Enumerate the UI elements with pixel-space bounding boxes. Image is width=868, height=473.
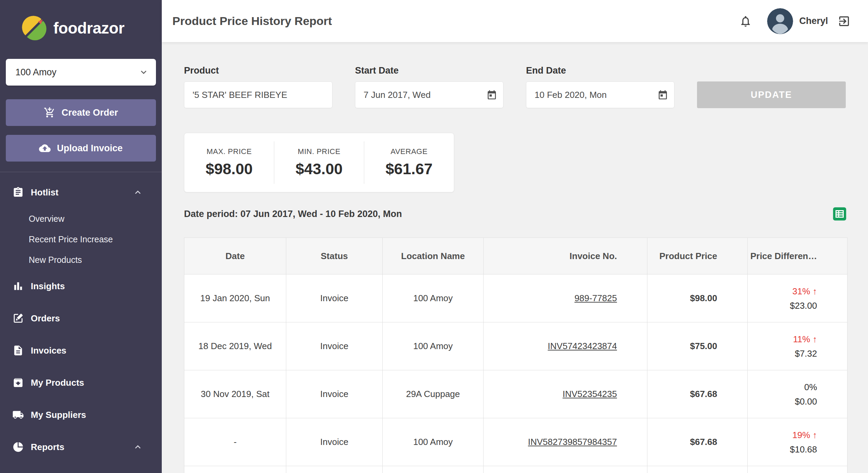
sidebar-item-label: Invoices xyxy=(31,345,66,356)
product-input[interactable] xyxy=(184,81,332,108)
average-price-label: AVERAGE xyxy=(391,147,428,156)
sidebar-item-new-products[interactable]: New Products xyxy=(0,250,162,270)
sidebar-item-label: My Suppliers xyxy=(31,410,86,420)
sidebar-item-overview[interactable]: Overview xyxy=(0,208,162,229)
diff-percent: 0% xyxy=(748,380,817,394)
main-area: Product Price History Report Cheryl xyxy=(162,0,868,473)
cell-date: 30 Nov 2019, Sat xyxy=(184,370,286,418)
logout-icon[interactable] xyxy=(838,15,851,28)
sidebar-nav: Hotlist Overview Recent Price Increase N… xyxy=(0,176,162,463)
cell-status: Invoice xyxy=(286,370,383,418)
start-date-input[interactable] xyxy=(355,81,503,108)
product-field: Product xyxy=(184,65,332,108)
sidebar-item-label: Insights xyxy=(31,281,65,292)
invoice-link[interactable]: INV57423423874 xyxy=(548,341,617,351)
col-location: Location Name xyxy=(383,238,484,274)
table-row: 18 Dec 2019, Wed Invoice 100 Amoy INV574… xyxy=(184,322,847,370)
export-spreadsheet-icon[interactable] xyxy=(832,206,847,222)
cell-product-price: $75.00 xyxy=(647,322,748,370)
sidebar-item-insights[interactable]: Insights xyxy=(0,270,162,302)
cell-invoice-no: INV52354235 xyxy=(484,370,647,418)
sidebar-item-reports[interactable]: Reports xyxy=(0,431,162,463)
cell-location: 100 Amoy xyxy=(383,274,484,322)
average-price-value: $61.67 xyxy=(385,160,433,178)
content: Product Start Date End Date xyxy=(162,42,868,473)
max-price-value: $98.00 xyxy=(206,160,253,178)
bar-chart-icon xyxy=(12,280,24,292)
sidebar-item-invoices[interactable]: Invoices xyxy=(0,334,162,367)
cell-location: 29A Cuppage xyxy=(383,370,484,418)
invoice-link[interactable]: INV582739857984357 xyxy=(528,437,617,447)
diff-percent: 11% ↑ xyxy=(748,332,817,346)
pie-chart-icon xyxy=(12,441,24,453)
start-date-field: Start Date xyxy=(355,65,503,108)
sidebar-divider xyxy=(0,172,162,172)
invoice-file-icon xyxy=(12,345,24,356)
clipboard-icon xyxy=(12,187,24,198)
user-name: Cheryl xyxy=(799,16,828,26)
chevron-down-icon xyxy=(138,67,149,78)
table-row: 30 Nov 2019, Sat Invoice 29A Cuppage INV… xyxy=(184,370,847,418)
sub-item-label: Recent Price Increase xyxy=(29,234,113,244)
chevron-up-icon[interactable] xyxy=(132,187,143,198)
sidebar-item-hotlist[interactable]: Hotlist xyxy=(0,176,162,208)
top-bar: Product Price History Report Cheryl xyxy=(162,0,868,42)
cell-status: Invoice xyxy=(286,418,383,466)
sidebar-item-recent-price-increase[interactable]: Recent Price Increase xyxy=(0,229,162,250)
upload-invoice-label: Upload Invoice xyxy=(57,143,122,154)
sub-item-label: New Products xyxy=(29,255,82,265)
sidebar-item-my-products[interactable]: My Products xyxy=(0,367,162,399)
sidebar-item-my-suppliers[interactable]: My Suppliers xyxy=(0,399,162,431)
app-root: foodrazor 100 Amoy Create Order Upload I… xyxy=(0,0,868,473)
topbar-right: Cheryl xyxy=(739,8,851,34)
chevron-up-icon[interactable] xyxy=(132,442,143,452)
create-order-label: Create Order xyxy=(62,107,118,118)
cell-date: 18 Dec 2019, Wed xyxy=(184,322,286,370)
diff-amount: $10.68 xyxy=(748,442,817,457)
cell-date: - xyxy=(184,418,286,466)
diff-percent: 31% ↑ xyxy=(748,284,817,298)
sidebar: foodrazor 100 Amoy Create Order Upload I… xyxy=(0,0,162,473)
max-price-stat: MAX. PRICE $98.00 xyxy=(184,141,274,184)
min-price-stat: MIN. PRICE $43.00 xyxy=(274,141,364,184)
user-avatar[interactable] xyxy=(767,8,793,34)
price-history-table: Date Status Location Name Invoice No. Pr… xyxy=(184,238,847,473)
notifications-bell-icon[interactable] xyxy=(739,15,752,28)
cell-price-difference: 31% ↑ $23.00 xyxy=(748,274,847,322)
update-button[interactable]: UPDATE xyxy=(697,81,846,108)
cell-invoice-no: INV57423423874 xyxy=(484,322,647,370)
col-price-difference: Price Differen… xyxy=(748,238,847,274)
diff-amount: $0.00 xyxy=(748,394,817,409)
sidebar-item-label: Orders xyxy=(31,313,60,324)
diff-percent: 19% ↑ xyxy=(748,428,817,442)
sidebar-item-orders[interactable]: Orders xyxy=(0,302,162,334)
cell-product-price: $67.68 xyxy=(647,418,748,466)
invoice-link[interactable]: 989-77825 xyxy=(575,293,617,303)
price-summary-card: MAX. PRICE $98.00 MIN. PRICE $43.00 AVER… xyxy=(184,133,454,192)
cell-status: Invoice xyxy=(286,274,383,322)
table-header-row: Date Status Location Name Invoice No. Pr… xyxy=(184,238,847,274)
upload-invoice-button[interactable]: Upload Invoice xyxy=(6,135,156,162)
up-arrow-icon: ↑ xyxy=(813,286,817,296)
up-arrow-icon: ↑ xyxy=(813,430,817,440)
diff-amount: $7.32 xyxy=(748,346,817,361)
location-selector-value: 100 Amoy xyxy=(15,67,56,78)
col-invoice-no: Invoice No. xyxy=(484,238,647,274)
cell-location: 100 Amoy xyxy=(383,418,484,466)
foodrazor-logo-icon xyxy=(21,14,48,42)
end-date-input[interactable] xyxy=(526,81,674,108)
end-date-field: End Date xyxy=(526,65,674,108)
sidebar-item-label: My Products xyxy=(31,378,84,388)
cell-date: 19 Jan 2020, Sun xyxy=(184,274,286,322)
period-row: Date period: 07 Jun 2017, Wed - 10 Feb 2… xyxy=(184,206,847,222)
average-price-stat: AVERAGE $61.67 xyxy=(364,141,454,184)
sub-item-label: Overview xyxy=(29,214,64,224)
edit-icon xyxy=(12,312,24,324)
cloud-upload-icon xyxy=(39,142,51,154)
invoice-link[interactable]: INV52354235 xyxy=(563,389,617,399)
truck-icon xyxy=(12,409,24,421)
cart-plus-icon xyxy=(44,107,55,118)
create-order-button[interactable]: Create Order xyxy=(6,99,156,126)
filters: Product Start Date End Date xyxy=(184,65,847,108)
location-selector[interactable]: 100 Amoy xyxy=(6,59,156,86)
